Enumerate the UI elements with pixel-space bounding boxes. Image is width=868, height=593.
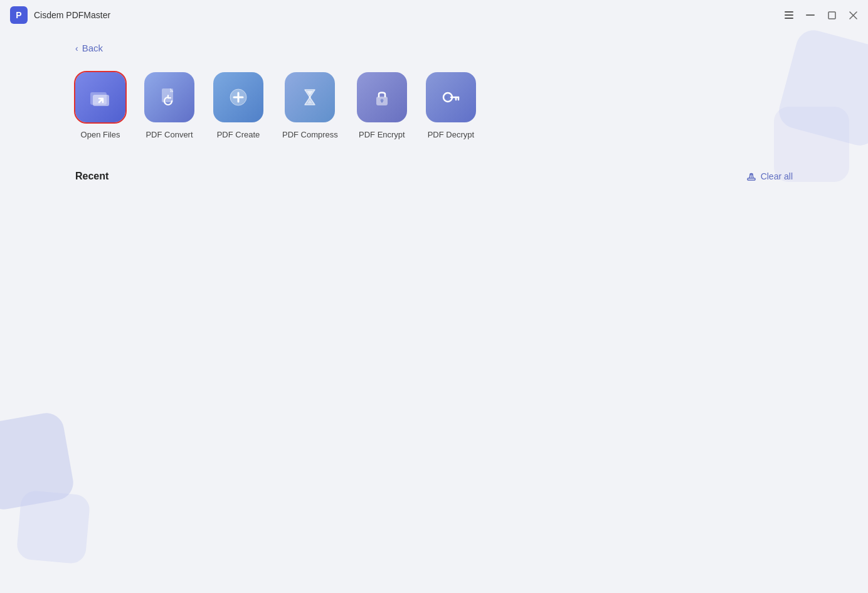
clear-all-icon (746, 171, 757, 182)
pdf-create-icon (225, 83, 252, 111)
pdf-create-label: PDF Create (217, 130, 260, 139)
svg-rect-1 (828, 12, 835, 19)
svg-rect-19 (748, 178, 755, 180)
pdf-create-icon-wrap (213, 72, 263, 122)
main-content: ‹ Back Open Files (0, 30, 868, 205)
app-title: Cisdem PDFMaster (34, 10, 784, 20)
svg-rect-13 (381, 100, 383, 103)
clear-all-label: Clear all (761, 171, 793, 181)
menu-icon (785, 11, 793, 19)
tool-pdf-decrypt[interactable]: PDF Decrypt (426, 72, 476, 139)
tool-pdf-encrypt[interactable]: PDF Encrypt (357, 72, 407, 139)
pdf-encrypt-label: PDF Encrypt (359, 130, 405, 139)
pdf-compress-label: PDF Compress (282, 130, 338, 139)
close-icon (849, 11, 857, 19)
open-files-icon (87, 83, 114, 111)
pdf-encrypt-icon-wrap (357, 72, 407, 122)
tool-pdf-create[interactable]: PDF Create (213, 72, 263, 139)
pdf-decrypt-icon-wrap (426, 72, 476, 122)
tool-open-files[interactable]: Open Files (75, 72, 125, 139)
tool-pdf-compress[interactable]: PDF Compress (282, 72, 338, 139)
pdf-convert-icon-wrap (144, 72, 194, 122)
svg-point-18 (445, 96, 448, 99)
maximize-button[interactable] (827, 10, 837, 20)
recent-header: Recent Clear all (75, 171, 793, 182)
minimize-icon (806, 14, 815, 16)
app-logo: P (10, 6, 28, 24)
close-button[interactable] (848, 10, 858, 20)
tools-grid: Open Files PDF Convert (75, 72, 793, 139)
svg-rect-0 (806, 14, 815, 16)
titlebar: P Cisdem PDFMaster (0, 0, 868, 30)
window-controls (784, 10, 858, 20)
pdf-decrypt-label: PDF Decrypt (428, 130, 474, 139)
pdf-compress-icon (296, 83, 324, 111)
back-button[interactable]: ‹ Back (75, 43, 103, 53)
app-logo-letter: P (16, 10, 21, 20)
pdf-compress-icon-wrap (285, 72, 335, 122)
clear-all-button[interactable]: Clear all (746, 171, 793, 182)
menu-button[interactable] (784, 10, 794, 20)
recent-section: Recent Clear all (75, 171, 793, 182)
pdf-convert-icon (156, 83, 183, 111)
minimize-button[interactable] (805, 10, 815, 20)
maximize-icon (828, 11, 836, 19)
back-label: Back (82, 43, 103, 53)
svg-point-10 (309, 97, 311, 99)
pdf-convert-label: PDF Convert (146, 130, 193, 139)
open-files-icon-wrap (75, 72, 125, 122)
open-files-label: Open Files (81, 130, 120, 139)
recent-title: Recent (75, 171, 109, 182)
pdf-encrypt-icon (368, 83, 396, 111)
pdf-decrypt-icon (437, 83, 465, 111)
tool-pdf-convert[interactable]: PDF Convert (144, 72, 194, 139)
back-chevron-icon: ‹ (75, 43, 78, 53)
bg-decoration-bottom-left-2 (16, 489, 90, 564)
bg-decoration-bottom-left (0, 410, 76, 512)
